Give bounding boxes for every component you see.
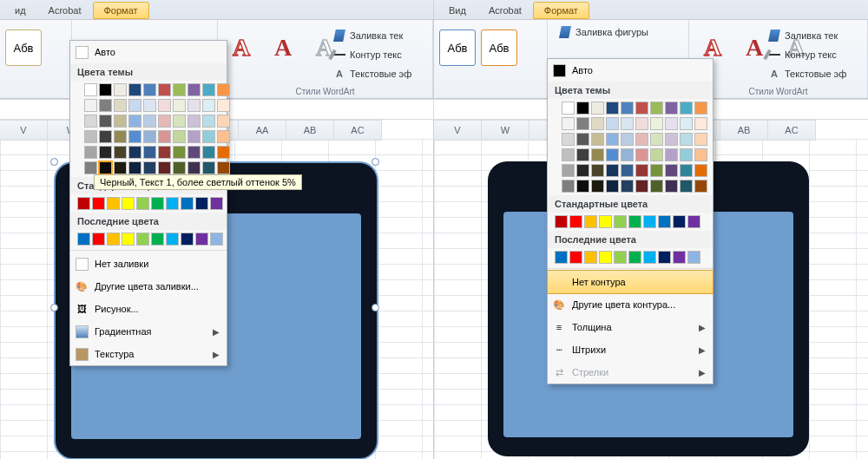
- color-swatch[interactable]: [658, 251, 671, 264]
- column-header[interactable]: V: [434, 120, 482, 141]
- color-swatch[interactable]: [562, 164, 575, 177]
- color-swatch[interactable]: [665, 102, 678, 115]
- color-swatch[interactable]: [202, 161, 215, 174]
- selection-handle[interactable]: [50, 304, 58, 311]
- color-swatch[interactable]: [635, 180, 648, 193]
- color-swatch[interactable]: [635, 133, 648, 146]
- color-swatch[interactable]: [562, 180, 575, 193]
- color-swatch[interactable]: [84, 130, 97, 143]
- color-swatch[interactable]: [84, 161, 97, 174]
- color-swatch[interactable]: [599, 251, 612, 264]
- color-swatch[interactable]: [173, 99, 186, 112]
- color-swatch[interactable]: [217, 146, 230, 159]
- color-swatch[interactable]: [99, 130, 112, 143]
- shape-fill-button[interactable]: Заливка фигуры: [558, 23, 654, 41]
- color-swatch[interactable]: [143, 115, 156, 128]
- color-swatch[interactable]: [107, 197, 120, 210]
- color-swatch[interactable]: [576, 133, 589, 146]
- color-swatch[interactable]: [92, 197, 105, 210]
- text-fill-button[interactable]: Заливка тек: [767, 27, 863, 44]
- color-swatch[interactable]: [665, 164, 678, 177]
- color-swatch[interactable]: [562, 133, 575, 146]
- color-swatch[interactable]: [158, 115, 171, 128]
- color-swatch[interactable]: [555, 251, 568, 264]
- color-swatch[interactable]: [84, 115, 97, 128]
- color-swatch[interactable]: [202, 130, 215, 143]
- fill-picture[interactable]: 🖼 Рисунок...: [70, 298, 227, 320]
- color-swatch[interactable]: [187, 161, 201, 174]
- color-swatch[interactable]: [591, 164, 604, 177]
- color-swatch[interactable]: [187, 99, 201, 112]
- color-swatch[interactable]: [143, 146, 156, 159]
- outline-dashes[interactable]: ┄ Штрихи ▶: [548, 338, 713, 361]
- color-swatch[interactable]: [122, 197, 135, 210]
- color-swatch[interactable]: [128, 115, 141, 128]
- color-swatch[interactable]: [576, 180, 589, 193]
- color-swatch[interactable]: [576, 102, 589, 115]
- color-swatch[interactable]: [584, 215, 597, 228]
- color-swatch[interactable]: [158, 130, 171, 143]
- color-swatch[interactable]: [173, 115, 186, 128]
- color-swatch[interactable]: [217, 83, 230, 96]
- color-swatch[interactable]: [187, 146, 201, 159]
- color-swatch[interactable]: [143, 83, 156, 96]
- color-swatch[interactable]: [555, 215, 568, 228]
- color-swatch[interactable]: [650, 148, 663, 161]
- color-swatch[interactable]: [606, 117, 619, 130]
- color-swatch[interactable]: [77, 197, 90, 210]
- column-header[interactable]: AB: [286, 120, 334, 141]
- color-swatch[interactable]: [694, 133, 707, 146]
- color-swatch[interactable]: [614, 251, 627, 264]
- color-swatch[interactable]: [569, 215, 582, 228]
- color-swatch[interactable]: [128, 130, 141, 143]
- color-swatch[interactable]: [217, 115, 230, 128]
- color-swatch[interactable]: [173, 146, 186, 159]
- color-swatch[interactable]: [687, 215, 700, 228]
- color-swatch[interactable]: [114, 130, 127, 143]
- color-swatch[interactable]: [107, 233, 120, 246]
- color-swatch[interactable]: [643, 215, 656, 228]
- column-header[interactable]: AC: [334, 120, 382, 141]
- color-swatch[interactable]: [187, 130, 201, 143]
- color-swatch[interactable]: [158, 83, 171, 96]
- color-swatch[interactable]: [658, 215, 671, 228]
- color-swatch[interactable]: [650, 117, 663, 130]
- outline-auto[interactable]: Авто: [548, 59, 713, 82]
- outline-weight[interactable]: ≡ Толщина ▶: [548, 316, 713, 338]
- color-swatch[interactable]: [621, 102, 634, 115]
- color-swatch[interactable]: [665, 133, 678, 146]
- more-fill-colors[interactable]: 🎨 Другие цвета заливки...: [70, 275, 227, 298]
- color-swatch[interactable]: [621, 148, 634, 161]
- selection-handle[interactable]: [372, 158, 379, 166]
- tab-acrobat[interactable]: Acrobat: [37, 2, 93, 19]
- color-swatch[interactable]: [99, 115, 112, 128]
- color-swatch[interactable]: [187, 83, 201, 96]
- color-swatch[interactable]: [635, 117, 648, 130]
- color-swatch[interactable]: [650, 180, 663, 193]
- color-swatch[interactable]: [84, 99, 97, 112]
- shape-style-thumb[interactable]: Абв: [5, 30, 42, 66]
- color-swatch[interactable]: [680, 133, 693, 146]
- color-swatch[interactable]: [217, 161, 230, 174]
- color-swatch[interactable]: [665, 180, 678, 193]
- color-swatch[interactable]: [591, 102, 604, 115]
- color-swatch[interactable]: [635, 148, 648, 161]
- color-swatch[interactable]: [562, 148, 575, 161]
- selection-handle[interactable]: [50, 158, 58, 166]
- color-swatch[interactable]: [665, 148, 678, 161]
- color-swatch[interactable]: [181, 233, 194, 246]
- color-swatch[interactable]: [591, 133, 604, 146]
- tab-vid[interactable]: Вид: [437, 2, 477, 19]
- color-swatch[interactable]: [151, 197, 164, 210]
- color-swatch[interactable]: [687, 251, 700, 264]
- color-swatch[interactable]: [114, 115, 127, 128]
- color-swatch[interactable]: [202, 146, 215, 159]
- color-swatch[interactable]: [187, 115, 201, 128]
- text-effects-button[interactable]: A Текстовые эф: [767, 65, 863, 82]
- fill-gradient[interactable]: Градиентная ▶: [70, 320, 227, 343]
- color-swatch[interactable]: [99, 161, 112, 174]
- shape-style-thumb[interactable]: Абв: [439, 30, 476, 66]
- color-swatch[interactable]: [84, 146, 97, 159]
- tab-acrobat[interactable]: Acrobat: [477, 2, 533, 19]
- color-swatch[interactable]: [680, 164, 693, 177]
